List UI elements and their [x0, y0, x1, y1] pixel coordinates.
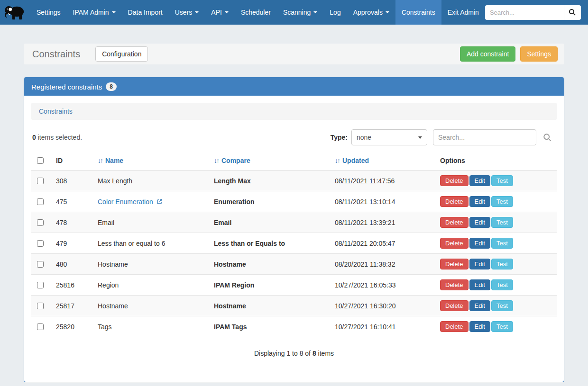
row-checkbox[interactable]: [37, 323, 44, 330]
row-checkbox[interactable]: [37, 303, 44, 309]
nav-item-label: API: [211, 9, 222, 16]
delete-button[interactable]: Delete: [440, 175, 469, 186]
table-search-button[interactable]: [543, 133, 552, 142]
cell-updated: 08/11/2021 11:47:56: [331, 171, 436, 191]
test-button[interactable]: Test: [491, 300, 513, 311]
delete-button[interactable]: Delete: [440, 196, 469, 207]
footer-suffix: items: [316, 350, 334, 357]
cell-updated: 08/11/2021 13:39:21: [331, 212, 436, 233]
test-button[interactable]: Test: [491, 279, 513, 290]
nav-item-ipam-admin[interactable]: IPAM Admin: [67, 0, 122, 25]
edit-button[interactable]: Edit: [469, 238, 490, 249]
cell-options: DeleteEditTest: [436, 296, 557, 316]
row-checkbox-cell: [31, 191, 52, 212]
navbar-search-input[interactable]: [485, 5, 564, 20]
configuration-button[interactable]: Configuration: [95, 46, 148, 62]
navbar-search-button[interactable]: [564, 5, 581, 20]
row-checkbox-cell: [31, 254, 52, 275]
select-all-checkbox[interactable]: [37, 157, 44, 164]
panel-title: Registered constraints: [31, 83, 102, 91]
delete-button[interactable]: Delete: [440, 259, 469, 269]
table-search-input[interactable]: [433, 129, 536, 145]
test-button[interactable]: Test: [491, 259, 513, 269]
header-name-sort[interactable]: ↓↑Name: [94, 151, 210, 171]
add-constraint-button[interactable]: Add constraint: [460, 46, 516, 62]
navbar-search-group: [485, 5, 581, 20]
logo-elephant[interactable]: [0, 0, 30, 25]
row-checkbox[interactable]: [37, 178, 44, 184]
table-row: 25817HostnameHostname10/27/2021 16:30:20…: [31, 296, 557, 316]
edit-button[interactable]: Edit: [469, 175, 490, 186]
caret-down-icon: [112, 11, 116, 13]
nav-item-api[interactable]: API: [205, 0, 235, 25]
table-row: 479Less than or equal to 6Less than or E…: [31, 233, 557, 254]
cell-id: 25820: [52, 316, 94, 337]
panel-heading: Registered constraints 8: [24, 78, 564, 96]
nav-item-log[interactable]: Log: [323, 0, 347, 25]
cell-name: Email: [94, 212, 210, 233]
cell-compare: Hostname: [210, 296, 331, 316]
row-checkbox-cell: [31, 275, 52, 296]
test-button[interactable]: Test: [491, 238, 513, 249]
test-button[interactable]: Test: [491, 175, 513, 186]
selected-count: 0: [32, 134, 36, 141]
delete-button[interactable]: Delete: [440, 238, 469, 249]
edit-button[interactable]: Edit: [469, 300, 490, 311]
row-checkbox[interactable]: [37, 198, 44, 205]
header-updated-sort[interactable]: ↓↑Updated: [331, 151, 436, 171]
test-button[interactable]: Test: [491, 217, 513, 228]
row-checkbox[interactable]: [37, 240, 44, 247]
test-button[interactable]: Test: [491, 196, 513, 207]
row-checkbox-cell: [31, 316, 52, 337]
nav-item-scheduler[interactable]: Scheduler: [235, 0, 277, 25]
edit-button[interactable]: Edit: [469, 217, 490, 228]
edit-button[interactable]: Edit: [469, 279, 490, 290]
nav-item-label: Settings: [37, 9, 61, 16]
nav-item-label: IPAM Admin: [73, 9, 109, 16]
delete-button[interactable]: Delete: [440, 279, 469, 290]
row-checkbox[interactable]: [37, 219, 44, 226]
nav-item-approvals[interactable]: Approvals: [347, 0, 395, 25]
constraint-name-link[interactable]: Color Enumeration: [98, 198, 153, 206]
row-checkbox[interactable]: [37, 261, 44, 268]
nav-item-scanning[interactable]: Scanning: [277, 0, 323, 25]
nav-item-users[interactable]: Users: [169, 0, 205, 25]
delete-button[interactable]: Delete: [440, 217, 469, 228]
selected-text: items selected.: [36, 134, 82, 141]
header-actions: Add constraint Settings: [460, 46, 558, 62]
header-compare-sort[interactable]: ↓↑Compare: [210, 151, 331, 171]
settings-button[interactable]: Settings: [520, 46, 558, 62]
breadcrumb: Constraints: [31, 103, 557, 120]
caret-down-icon: [225, 11, 229, 13]
edit-button[interactable]: Edit: [469, 196, 490, 207]
cell-options: DeleteEditTest: [436, 212, 557, 233]
cell-name: Tags: [94, 316, 210, 337]
cell-id: 479: [52, 233, 94, 254]
cell-compare: Less than or Equals to: [210, 233, 331, 254]
nav-item-settings[interactable]: Settings: [30, 0, 67, 25]
header-id: ID: [52, 151, 94, 171]
breadcrumb-constraints-link[interactable]: Constraints: [39, 108, 73, 115]
edit-button[interactable]: Edit: [469, 259, 490, 269]
type-label: Type:: [331, 134, 348, 141]
caret-down-icon: [313, 11, 317, 13]
nav-item-exit-admin[interactable]: Exit Admin: [441, 0, 485, 25]
count-badge: 8: [106, 82, 117, 91]
nav-item-label: Scheduler: [241, 9, 271, 16]
cell-id: 475: [52, 191, 94, 212]
sort-icon: ↓↑: [214, 157, 219, 164]
nav-item-label: Scanning: [283, 9, 311, 16]
cell-options: DeleteEditTest: [436, 316, 557, 337]
cell-options: DeleteEditTest: [436, 254, 557, 275]
cell-updated: 08/11/2021 20:05:47: [331, 233, 436, 254]
edit-button[interactable]: Edit: [469, 321, 490, 332]
test-button[interactable]: Test: [491, 321, 513, 332]
nav-item-constraints[interactable]: Constraints: [395, 0, 441, 25]
caret-down-icon: [195, 11, 199, 13]
type-select[interactable]: none: [351, 129, 427, 145]
delete-button[interactable]: Delete: [440, 321, 469, 332]
delete-button[interactable]: Delete: [440, 300, 469, 311]
row-checkbox[interactable]: [37, 282, 44, 288]
nav-item-data-import[interactable]: Data Import: [122, 0, 169, 25]
cell-compare: IPAM Tags: [210, 316, 331, 337]
